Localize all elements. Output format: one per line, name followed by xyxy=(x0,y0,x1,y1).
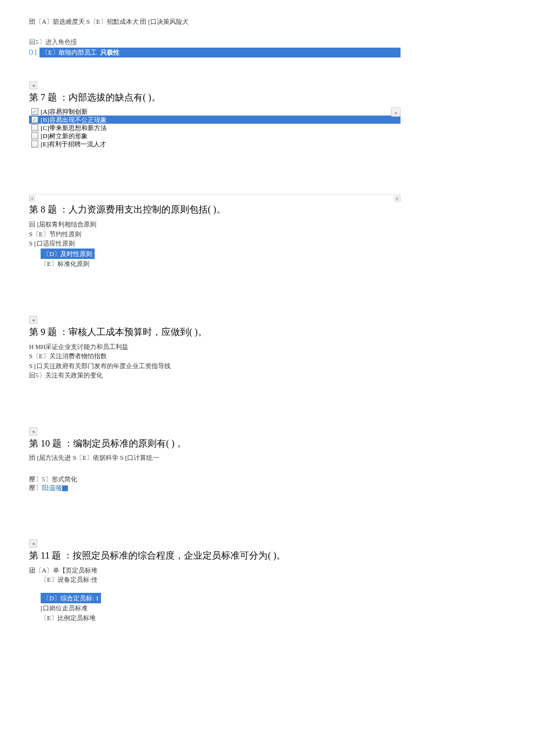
q7-option-e-label: [E]有利于招聘一流人才 xyxy=(41,140,106,149)
q8-option-c[interactable]: S [口适应性原则 xyxy=(29,239,505,249)
q6-highlight-text-a: 〔E〕敢啪内部员工 xyxy=(42,49,97,56)
q10-line1[interactable]: 団 [屈方法先进 S〔E〕依据科学 S [口计算统一 xyxy=(29,453,505,462)
q11-option-b[interactable]: 〔E〕设备定员标:佳 xyxy=(29,575,505,585)
q6-highlight-row: 01 〔E〕敢啪内部员工 只极性 xyxy=(29,48,400,57)
q9-option-c[interactable]: S [口关注政府有关部门发布的年度企业工资指导线 xyxy=(29,361,505,371)
prev-arrow-icon[interactable]: ◂ xyxy=(29,539,37,548)
q10-line2a[interactable]: 壓〕5〕形式简化 xyxy=(29,475,505,484)
scroll-up-icon[interactable]: ▴ xyxy=(391,107,400,117)
q6-option-line2: 回5〕进入角色慢 xyxy=(29,38,505,46)
next-small-arrow-icon[interactable]: ▸ xyxy=(395,196,400,201)
blue-box-icon xyxy=(62,485,68,491)
q8-option-b[interactable]: S〔E〕节约性原则 xyxy=(29,229,505,239)
q8-title: 第 8 题 ：人力资源费用支出控制的原则包括( )。 xyxy=(29,204,505,216)
prev-small-arrow-icon[interactable]: ◂ xyxy=(29,196,35,201)
prev-arrow-icon[interactable]: ◂ xyxy=(29,316,37,324)
q8-options: 回 [屈权青利相结合原则 S〔E〕节约性原则 S [口适应性原则 〔D〕及时性原… xyxy=(29,219,505,269)
q11-option-e[interactable]: 〔E〕比例定员标堆 xyxy=(29,613,505,623)
q11-option-c[interactable]: [口岗位走员标准 xyxy=(29,603,505,613)
q8-option-d-row: 〔D〕及时性原则 xyxy=(29,249,505,260)
q7-option-a[interactable]: ✓ [A]容易抑制创新 xyxy=(29,107,400,116)
q7-option-c-label: [C]带来新思想和新方法 xyxy=(41,124,107,132)
q10-line2b[interactable]: 壓〕阳|遥哑 xyxy=(29,484,505,492)
q7-option-d-label: [D]树立新的形象 xyxy=(41,132,88,141)
q6-option-line: 団〔A〕箭选难度天 S〔E〕招黠成本犬 団 [口决策风险犬 xyxy=(29,17,505,26)
checkbox-icon[interactable]: ✓ xyxy=(31,108,38,115)
prev-arrow-icon[interactable]: ◂ xyxy=(29,427,37,435)
q11-option-d[interactable]: 〔D〕综合定员标: 1 xyxy=(41,593,101,604)
q9-option-b[interactable]: S〔E〕关注消费者物怕指数 xyxy=(29,351,505,361)
q7-blank-area xyxy=(29,148,400,195)
q7-option-c[interactable]: [C]带来新思想和新方法 xyxy=(29,124,400,132)
q11-title: 第 11 题 ：按照定员标准的综合程度，企业定员标准可分为( )。 xyxy=(29,550,505,562)
q7-option-b[interactable]: ✓ [B]容易出现不公正现象 xyxy=(29,116,400,124)
q6-highlight-text-b: 只极性 xyxy=(100,49,120,56)
q7-option-a-label: [A]容易抑制创新 xyxy=(41,107,88,116)
q7-scrollbar[interactable]: ▴ xyxy=(391,107,400,148)
q10-line2b-prefix: 壓〕 xyxy=(29,484,42,491)
q10-title: 第 10 题 ：编制定员标准的原则有( ) 。 xyxy=(29,438,505,450)
q8-option-d[interactable]: 〔D〕及时性原则 xyxy=(41,249,95,260)
q7-option-e[interactable]: [E]有利于招聘一流人才 xyxy=(29,140,400,148)
q7-option-list: ✓ [A]容易抑制创新 ✓ [B]容易出现不公正现象 [C]带来新思想和新方法 … xyxy=(29,107,400,148)
q11-options: 团〔A〕单【页定员标堆 〔E〕设备定员标:佳 〔D〕综合定员标: 1 [口岗位走… xyxy=(29,566,505,623)
q9-options: H MH采证企业支讨能力和员工利益 S〔E〕关注消费者物怕指数 S [口关注政府… xyxy=(29,342,505,380)
q6-prefix: 01 xyxy=(29,48,38,57)
q6-highlighted-option[interactable]: 〔E〕敢啪内部员工 只极性 xyxy=(39,48,400,57)
q10-line2b-mid: 阳|遥哑 xyxy=(42,484,62,491)
q8-option-e[interactable]: 〔E〕标准化原则 xyxy=(29,259,505,269)
checkbox-icon[interactable] xyxy=(31,141,38,147)
checkbox-icon[interactable]: ✓ xyxy=(31,116,38,123)
q7-title: 第 7 题 ：内部选拔的缺点有( )。 xyxy=(29,92,505,104)
checkbox-icon[interactable] xyxy=(31,132,38,139)
q11-option-d-row: 〔D〕综合定员标: 1 xyxy=(29,593,505,604)
q7-option-d[interactable]: [D]树立新的形象 xyxy=(29,132,400,140)
q10-options: 団 [屈方法先进 S〔E〕依据科学 S [口计算统一 壓〕5〕形式简化 壓〕阳|… xyxy=(29,453,505,492)
q7-bottom-nav: ◂ ▸ xyxy=(29,196,400,201)
prev-arrow-icon[interactable]: ◂ xyxy=(29,81,37,89)
checkbox-icon[interactable] xyxy=(31,124,38,131)
q11-option-a[interactable]: 团〔A〕单【页定员标堆 xyxy=(29,566,505,575)
q7-listbox[interactable]: ✓ [A]容易抑制创新 ✓ [B]容易出现不公正现象 [C]带来新思想和新方法 … xyxy=(29,107,400,148)
q7-option-b-label: [B]容易出现不公正现象 xyxy=(41,116,107,124)
q9-option-d[interactable]: 回5〕关注有关政策的变化 xyxy=(29,370,505,380)
q9-title: 第 9 题 ：审核人工成本预算时，应做到( )。 xyxy=(29,326,505,339)
q8-option-a[interactable]: 回 [屈权青利相结合原则 xyxy=(29,219,505,229)
q9-option-a[interactable]: H MH采证企业支讨能力和员工利益 xyxy=(29,342,505,352)
